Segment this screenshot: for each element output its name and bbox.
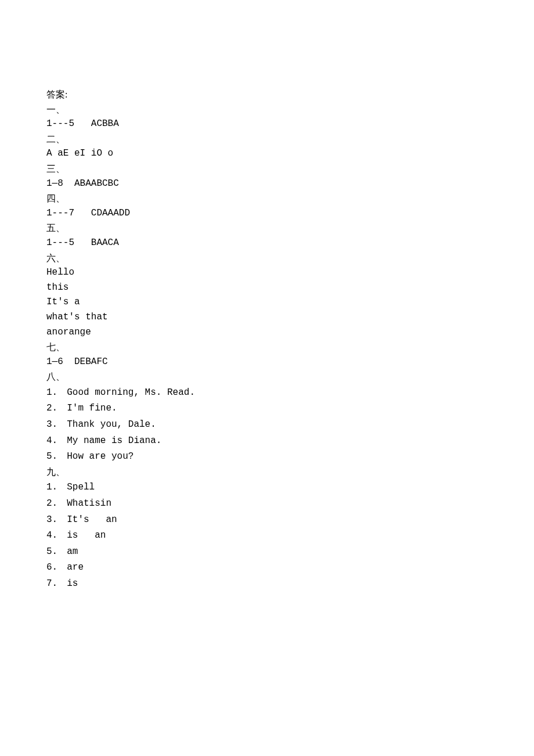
section-1-heading: 一、 (46, 102, 488, 117)
list-item: 3.It's an (46, 512, 488, 528)
section-6-line-5: anorange (46, 325, 488, 340)
list-item: 1.Spell (46, 479, 488, 495)
section-6-line-2: this (46, 280, 488, 296)
list-item: 2.I'm fine. (46, 400, 488, 416)
list-item: 3.Thank you, Dale. (46, 416, 488, 433)
section-4-answers: 1---7 CDAAADD (46, 206, 488, 221)
section-9-heading: 九、 (46, 465, 488, 480)
section-9-list: 1.Spell 2.Whatisin 3.It's an 4.is an 5.a… (46, 479, 488, 591)
section-6-line-1: Hello (46, 265, 488, 280)
section-1-answers: 1---5 ACBBA (46, 117, 488, 132)
section-6-heading: 六、 (46, 251, 488, 266)
list-item: 4.My name is Diana. (46, 433, 488, 449)
section-7-answers: 1—6 DEBAFC (46, 355, 488, 370)
section-6-line-3: It's a (46, 295, 488, 310)
section-3-answers: 1—8 ABAABCBC (46, 177, 488, 192)
answer-title: 答案: (46, 87, 488, 102)
section-2-answers: A aE eI iO o (46, 146, 488, 161)
section-4-heading: 四、 (46, 191, 488, 206)
list-item: 1.Good morning, Ms. Read. (46, 384, 488, 401)
section-3-heading: 三、 (46, 161, 488, 177)
list-item: 7.is (46, 575, 488, 592)
section-8-heading: 八、 (46, 369, 488, 384)
document-page: 答案: 一、 1---5 ACBBA 二、 A aE eI iO o 三、 1—… (0, 0, 534, 592)
section-5-answers: 1---5 BAACA (46, 236, 488, 251)
section-8-list: 1.Good morning, Ms. Read. 2.I'm fine. 3.… (46, 384, 488, 465)
section-5-heading: 五、 (46, 221, 488, 236)
list-item: 5.am (46, 543, 488, 560)
section-6-line-4: what's that (46, 310, 488, 325)
list-item: 4.is an (46, 527, 488, 543)
list-item: 2.Whatisin (46, 495, 488, 512)
section-2-heading: 二、 (46, 132, 488, 147)
section-7-heading: 七、 (46, 340, 488, 355)
list-item: 5.How are you? (46, 448, 488, 465)
list-item: 6.are (46, 559, 488, 575)
